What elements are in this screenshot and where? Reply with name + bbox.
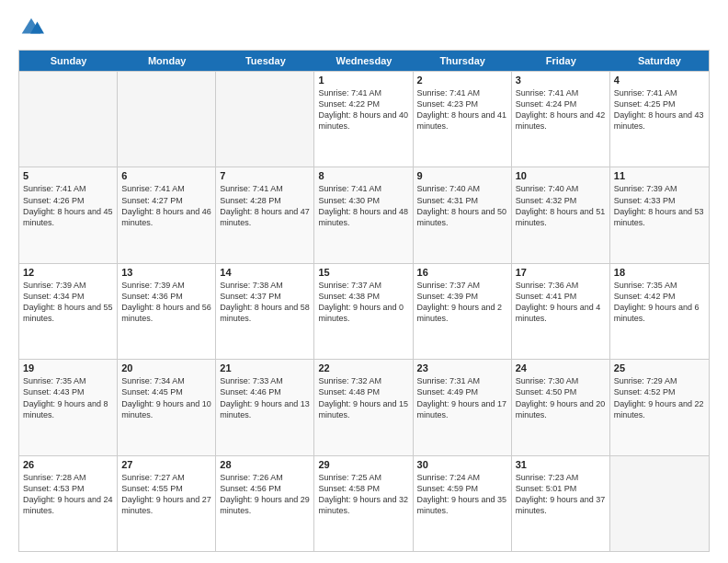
day-number: 7 xyxy=(220,170,310,181)
calendar-cell xyxy=(216,72,314,167)
calendar-cell: 7Sunrise: 7:41 AMSunset: 4:28 PMDaylight… xyxy=(216,167,314,262)
day-info: Sunrise: 7:24 AMSunset: 4:59 PMDaylight:… xyxy=(417,472,507,517)
calendar-cell: 8Sunrise: 7:41 AMSunset: 4:30 PMDaylight… xyxy=(314,167,413,262)
day-number: 22 xyxy=(318,362,408,373)
day-info: Sunrise: 7:33 AMSunset: 4:46 PMDaylight:… xyxy=(220,375,310,420)
calendar-cell: 21Sunrise: 7:33 AMSunset: 4:46 PMDayligh… xyxy=(216,360,314,454)
calendar-row-2: 12Sunrise: 7:39 AMSunset: 4:34 PMDayligh… xyxy=(19,263,709,359)
logo xyxy=(18,15,48,40)
day-number: 24 xyxy=(516,362,606,373)
day-info: Sunrise: 7:41 AMSunset: 4:27 PMDaylight:… xyxy=(121,183,211,228)
day-number: 14 xyxy=(220,267,310,278)
calendar-cell: 1Sunrise: 7:41 AMSunset: 4:22 PMDaylight… xyxy=(314,72,413,167)
day-info: Sunrise: 7:23 AMSunset: 5:01 PMDaylight:… xyxy=(516,472,606,517)
day-info: Sunrise: 7:25 AMSunset: 4:58 PMDaylight:… xyxy=(318,472,408,517)
day-number: 2 xyxy=(417,75,507,86)
day-header-wednesday: Wednesday xyxy=(314,51,413,71)
day-number: 6 xyxy=(121,170,211,181)
day-info: Sunrise: 7:41 AMSunset: 4:24 PMDaylight:… xyxy=(516,87,606,132)
calendar-cell xyxy=(118,72,216,167)
logo-icon xyxy=(18,15,44,40)
calendar-cell: 14Sunrise: 7:38 AMSunset: 4:37 PMDayligh… xyxy=(216,264,314,359)
calendar-cell: 29Sunrise: 7:25 AMSunset: 4:58 PMDayligh… xyxy=(314,456,413,551)
day-number: 17 xyxy=(516,267,606,278)
day-number: 21 xyxy=(220,362,310,373)
calendar-body: 1Sunrise: 7:41 AMSunset: 4:22 PMDaylight… xyxy=(19,71,709,551)
calendar-cell: 6Sunrise: 7:41 AMSunset: 4:27 PMDaylight… xyxy=(118,167,216,262)
day-number: 1 xyxy=(318,75,408,86)
day-number: 15 xyxy=(318,267,408,278)
day-info: Sunrise: 7:39 AMSunset: 4:33 PMDaylight:… xyxy=(614,183,705,228)
day-number: 9 xyxy=(417,170,507,181)
day-number: 28 xyxy=(220,459,310,470)
day-number: 25 xyxy=(614,362,705,373)
day-number: 11 xyxy=(614,170,705,181)
calendar-cell: 4Sunrise: 7:41 AMSunset: 4:25 PMDaylight… xyxy=(610,72,709,167)
calendar-cell: 3Sunrise: 7:41 AMSunset: 4:24 PMDaylight… xyxy=(512,72,610,167)
calendar-header: SundayMondayTuesdayWednesdayThursdayFrid… xyxy=(19,51,709,71)
calendar: SundayMondayTuesdayWednesdayThursdayFrid… xyxy=(18,50,710,552)
calendar-cell: 23Sunrise: 7:31 AMSunset: 4:49 PMDayligh… xyxy=(414,360,512,454)
day-info: Sunrise: 7:31 AMSunset: 4:49 PMDaylight:… xyxy=(417,375,507,420)
calendar-cell: 17Sunrise: 7:36 AMSunset: 4:41 PMDayligh… xyxy=(512,264,610,359)
calendar-cell: 26Sunrise: 7:28 AMSunset: 4:53 PMDayligh… xyxy=(19,456,118,551)
calendar-cell: 11Sunrise: 7:39 AMSunset: 4:33 PMDayligh… xyxy=(610,167,709,262)
day-info: Sunrise: 7:30 AMSunset: 4:50 PMDaylight:… xyxy=(516,375,606,420)
day-number: 16 xyxy=(417,267,507,278)
day-number: 4 xyxy=(614,75,705,86)
day-number: 10 xyxy=(516,170,606,181)
day-info: Sunrise: 7:29 AMSunset: 4:52 PMDaylight:… xyxy=(614,375,705,420)
calendar-cell: 16Sunrise: 7:37 AMSunset: 4:39 PMDayligh… xyxy=(414,264,512,359)
calendar-cell xyxy=(19,72,118,167)
calendar-cell: 22Sunrise: 7:32 AMSunset: 4:48 PMDayligh… xyxy=(314,360,413,454)
calendar-cell: 15Sunrise: 7:37 AMSunset: 4:38 PMDayligh… xyxy=(314,264,413,359)
calendar-row-0: 1Sunrise: 7:41 AMSunset: 4:22 PMDaylight… xyxy=(19,71,709,167)
day-header-sunday: Sunday xyxy=(19,51,118,71)
day-number: 23 xyxy=(417,362,507,373)
calendar-row-4: 26Sunrise: 7:28 AMSunset: 4:53 PMDayligh… xyxy=(19,455,709,551)
day-number: 31 xyxy=(516,459,606,470)
day-info: Sunrise: 7:41 AMSunset: 4:30 PMDaylight:… xyxy=(318,183,408,228)
day-info: Sunrise: 7:35 AMSunset: 4:42 PMDaylight:… xyxy=(614,280,705,325)
calendar-cell: 27Sunrise: 7:27 AMSunset: 4:55 PMDayligh… xyxy=(118,456,216,551)
day-number: 29 xyxy=(318,459,408,470)
day-number: 26 xyxy=(23,459,113,470)
day-header-friday: Friday xyxy=(512,51,610,71)
calendar-cell: 9Sunrise: 7:40 AMSunset: 4:31 PMDaylight… xyxy=(414,167,512,262)
day-info: Sunrise: 7:28 AMSunset: 4:53 PMDaylight:… xyxy=(23,472,113,517)
day-info: Sunrise: 7:37 AMSunset: 4:39 PMDaylight:… xyxy=(417,280,507,325)
day-header-monday: Monday xyxy=(118,51,216,71)
day-info: Sunrise: 7:41 AMSunset: 4:26 PMDaylight:… xyxy=(23,183,113,228)
day-number: 30 xyxy=(417,459,507,470)
day-info: Sunrise: 7:38 AMSunset: 4:37 PMDaylight:… xyxy=(220,280,310,325)
day-number: 12 xyxy=(23,267,113,278)
calendar-cell: 28Sunrise: 7:26 AMSunset: 4:56 PMDayligh… xyxy=(216,456,314,551)
day-number: 18 xyxy=(614,267,705,278)
day-info: Sunrise: 7:37 AMSunset: 4:38 PMDaylight:… xyxy=(318,280,408,325)
calendar-row-1: 5Sunrise: 7:41 AMSunset: 4:26 PMDaylight… xyxy=(19,167,709,262)
day-info: Sunrise: 7:41 AMSunset: 4:28 PMDaylight:… xyxy=(220,183,310,228)
day-number: 3 xyxy=(516,75,606,86)
day-number: 5 xyxy=(23,170,113,181)
day-info: Sunrise: 7:41 AMSunset: 4:22 PMDaylight:… xyxy=(318,87,408,132)
day-info: Sunrise: 7:35 AMSunset: 4:43 PMDaylight:… xyxy=(23,375,113,420)
day-info: Sunrise: 7:27 AMSunset: 4:55 PMDaylight:… xyxy=(121,472,211,517)
day-header-tuesday: Tuesday xyxy=(216,51,314,71)
calendar-cell: 20Sunrise: 7:34 AMSunset: 4:45 PMDayligh… xyxy=(118,360,216,454)
day-info: Sunrise: 7:40 AMSunset: 4:31 PMDaylight:… xyxy=(417,183,507,228)
calendar-cell: 30Sunrise: 7:24 AMSunset: 4:59 PMDayligh… xyxy=(414,456,512,551)
calendar-cell: 10Sunrise: 7:40 AMSunset: 4:32 PMDayligh… xyxy=(512,167,610,262)
calendar-row-3: 19Sunrise: 7:35 AMSunset: 4:43 PMDayligh… xyxy=(19,359,709,454)
day-header-thursday: Thursday xyxy=(414,51,512,71)
day-info: Sunrise: 7:41 AMSunset: 4:25 PMDaylight:… xyxy=(614,87,705,132)
day-info: Sunrise: 7:36 AMSunset: 4:41 PMDaylight:… xyxy=(516,280,606,325)
calendar-cell: 2Sunrise: 7:41 AMSunset: 4:23 PMDaylight… xyxy=(414,72,512,167)
page-header xyxy=(18,15,710,40)
calendar-cell: 18Sunrise: 7:35 AMSunset: 4:42 PMDayligh… xyxy=(610,264,709,359)
calendar-cell: 31Sunrise: 7:23 AMSunset: 5:01 PMDayligh… xyxy=(512,456,610,551)
calendar-cell: 19Sunrise: 7:35 AMSunset: 4:43 PMDayligh… xyxy=(19,360,118,454)
day-number: 20 xyxy=(121,362,211,373)
day-info: Sunrise: 7:26 AMSunset: 4:56 PMDaylight:… xyxy=(220,472,310,517)
calendar-cell: 24Sunrise: 7:30 AMSunset: 4:50 PMDayligh… xyxy=(512,360,610,454)
day-number: 27 xyxy=(121,459,211,470)
